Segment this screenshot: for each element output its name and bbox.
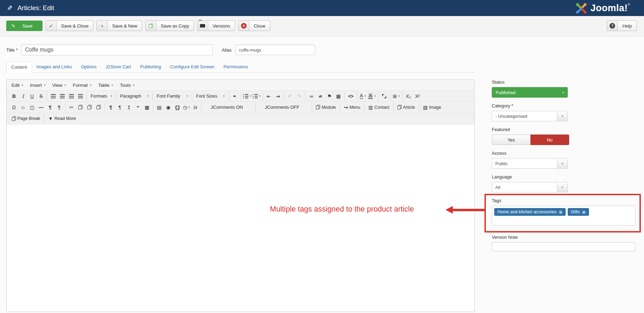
chevron-down-icon: ▾ [64, 84, 66, 87]
show-blocks-icon[interactable]: ¶ [106, 103, 115, 112]
featured-no-button[interactable]: No [530, 135, 569, 145]
tab-link-options[interactable]: Options [76, 61, 101, 72]
special-character-icon[interactable]: Ω [9, 103, 18, 112]
show-invisible-characters-icon[interactable]: ¶ [115, 103, 124, 112]
menu-edit[interactable]: Edit▾ [8, 81, 26, 90]
paragraph-dropdown[interactable]: Paragraph▾ [118, 92, 151, 101]
undo-icon[interactable]: ↶ [286, 92, 295, 101]
status-select[interactable]: Published ▾ [492, 87, 568, 98]
versions-button[interactable]: Versions [197, 21, 235, 31]
emoticons-icon[interactable]: ☺ [18, 103, 28, 112]
insert-table-icon[interactable]: ⊞▾ [392, 92, 401, 101]
insert-media-icon[interactable]: ◫ [28, 103, 37, 112]
menu-table[interactable]: Table▾ [95, 81, 116, 90]
align-right-icon[interactable] [67, 92, 76, 101]
subscript-icon[interactable]: X₂ [404, 92, 413, 101]
jcomments-off-button[interactable]: JComments OFF [257, 103, 310, 112]
category-dropdown-button[interactable]: ▾ [557, 111, 568, 121]
font-sizes-dropdown[interactable]: Font Sizes▾ [194, 92, 227, 101]
strikethrough-icon[interactable]: S [37, 92, 46, 101]
insert-datetime-icon[interactable]: ◷▾ [182, 103, 191, 112]
menu-format[interactable]: Format▾ [69, 81, 95, 90]
insert-module-button[interactable]: Module [313, 103, 338, 112]
insert-link-icon[interactable]: ∞ [307, 92, 316, 101]
insert-article-button[interactable]: Article [395, 103, 418, 112]
save-button[interactable]: ✎Save [6, 21, 42, 31]
fullscreen-icon[interactable] [380, 92, 389, 101]
tab-link-images-and-links[interactable]: Images and Links [32, 61, 77, 72]
tab-link-publishing[interactable]: Publishing [135, 61, 165, 72]
tag-remove-icon[interactable]: ⊗ [559, 210, 562, 214]
title-input[interactable] [21, 44, 213, 55]
cut-icon[interactable]: ✂ [67, 103, 76, 112]
category-select[interactable]: - Uncategorised [492, 111, 557, 121]
insert-image-icon: ▦ [336, 93, 341, 99]
insert-image-icon[interactable]: ▦ [334, 92, 343, 101]
numbered-list-icon[interactable]: ▾ [252, 92, 261, 101]
horizontal-rule-icon[interactable]: — [37, 103, 46, 112]
font-family-dropdown[interactable]: Font Family▾ [154, 92, 191, 101]
tab-link-content[interactable]: Content [6, 61, 32, 73]
underline-icon[interactable]: U [28, 92, 37, 101]
decrease-indent-icon[interactable]: ⇤ [264, 92, 273, 101]
language-select[interactable]: All [492, 182, 557, 192]
read-more-button[interactable]: ▼Read More [46, 114, 78, 123]
access-dropdown-button[interactable]: ▾ [557, 158, 568, 169]
source-code-icon[interactable]: <> [346, 92, 355, 101]
tag-pill[interactable]: Gifts⊗ [568, 208, 589, 216]
paste-as-text-icon[interactable] [94, 103, 103, 112]
tag-remove-icon[interactable]: ⊗ [582, 210, 586, 214]
alias-input[interactable] [235, 45, 315, 55]
remove-link-icon[interactable]: ∞ [316, 92, 325, 101]
save-as-copy-button[interactable]: Save as Copy [145, 21, 194, 31]
code-sample-icon[interactable]: {;} [173, 103, 182, 112]
insert-template-icon[interactable]: ↥ [124, 103, 133, 112]
background-color-icon[interactable]: A▾ [367, 92, 377, 101]
superscript-icon[interactable]: X² [413, 92, 422, 101]
formats-dropdown[interactable]: Formats▾ [88, 92, 115, 101]
tag-pill[interactable]: Home and kitchen accessories⊗ [494, 208, 566, 216]
text-color-icon[interactable]: A▾ [358, 92, 367, 101]
print-icon[interactable]: ▤ [155, 103, 164, 112]
menu-view[interactable]: View▾ [49, 81, 69, 90]
page-break-button[interactable]: Page Break [9, 114, 42, 123]
bullet-list-icon[interactable]: ▾ [242, 92, 252, 101]
blockquote-icon[interactable]: “ [133, 103, 142, 112]
insert-menu-button[interactable]: ↪Menu [341, 103, 363, 112]
access-select[interactable]: Public [492, 158, 557, 169]
preview-icon[interactable]: ◉ [164, 103, 173, 112]
rtl-direction-icon[interactable]: ¶ [55, 103, 64, 112]
help-button[interactable]: ?Help [607, 21, 637, 31]
paste-icon[interactable] [85, 103, 94, 112]
featured-yes-button[interactable]: Yes [492, 135, 531, 145]
menu-insert[interactable]: Insert▾ [26, 81, 49, 90]
bold-icon[interactable]: B [9, 92, 18, 101]
find-replace-icon[interactable]: ⚭ [230, 92, 239, 101]
tags-input[interactable]: Home and kitchen accessories⊗Gifts⊗ [492, 206, 635, 226]
close-button[interactable]: Close [238, 21, 270, 31]
align-left-icon[interactable] [49, 92, 58, 101]
align-center-icon[interactable] [58, 92, 67, 101]
align-justify-icon[interactable] [76, 92, 85, 101]
tab-link-j2store-cart[interactable]: J2Store Cart [101, 61, 135, 72]
table-template-icon[interactable]: ▦ [142, 103, 152, 112]
numbered-list-icon [253, 94, 258, 98]
jcomments-on-button[interactable]: JComments ON [203, 103, 254, 112]
tab-link-configure-edit-screen[interactable]: Configure Edit Screen [165, 61, 219, 72]
ltr-direction-icon[interactable]: ¶ [46, 103, 55, 112]
menu-tools[interactable]: Tools▾ [116, 81, 138, 90]
italic-icon[interactable]: I [18, 92, 28, 101]
version-note-input[interactable] [492, 242, 635, 251]
save-and-new-button[interactable]: +Save & New [96, 21, 142, 31]
increase-indent-icon[interactable]: ⇥ [273, 92, 282, 101]
insert-image-button[interactable]: ▧Image [421, 103, 444, 112]
clear-formatting-icon[interactable]: Ix [191, 103, 200, 112]
save-and-close-button[interactable]: ✔Save & Close [46, 21, 94, 31]
language-dropdown-button[interactable]: ▾ [557, 182, 568, 192]
editor-content-area[interactable] [7, 124, 474, 312]
tab-link-permissions[interactable]: Permissions [219, 61, 253, 72]
anchor-icon[interactable]: ⚑ [325, 92, 334, 101]
insert-contact-button[interactable]: ▥Contact [366, 103, 391, 112]
copy-icon[interactable] [76, 103, 85, 112]
redo-icon[interactable]: ↷ [295, 92, 304, 101]
